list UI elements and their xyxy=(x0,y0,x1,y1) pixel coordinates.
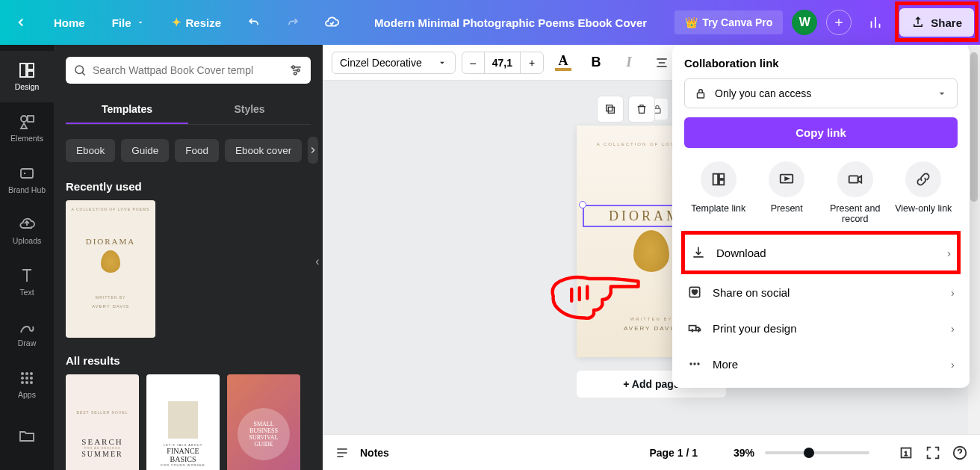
avatar[interactable]: W xyxy=(792,10,817,35)
redo-icon[interactable] xyxy=(278,7,308,37)
rail-brandhub[interactable]: Brand Hub xyxy=(0,153,54,205)
vertical-scrollbar[interactable] xyxy=(968,45,980,434)
notes-button[interactable]: Notes xyxy=(360,447,389,459)
chip-guide[interactable]: Guide xyxy=(121,139,169,162)
template-thumbnail[interactable]: BEST SELLER NOVEL SEARCH FOR AN ENDLESS … xyxy=(66,374,139,470)
svg-point-33 xyxy=(689,362,692,365)
opt-label: Template link xyxy=(691,203,745,214)
thumb-text: FOR YOUNG WORKER xyxy=(161,463,205,467)
svg-rect-2 xyxy=(28,71,34,77)
thumb-subtitle: A COLLECTION OF LOVE POEMS xyxy=(72,207,150,211)
share-popover: Collaboration link Only you can access C… xyxy=(672,45,970,388)
back-icon[interactable] xyxy=(6,7,36,37)
svg-point-16 xyxy=(292,66,294,68)
delete-icon[interactable] xyxy=(628,96,655,123)
panel-tabs: Templates Styles xyxy=(66,96,311,125)
download-item[interactable]: Download › xyxy=(681,231,961,274)
help-icon[interactable] xyxy=(952,445,968,461)
fullscreen-icon[interactable] xyxy=(925,445,941,461)
print-item[interactable]: Print your design › xyxy=(684,310,958,346)
thumb-text: FINANCE xyxy=(167,447,199,455)
zoom-slider[interactable] xyxy=(765,451,869,454)
svg-point-7 xyxy=(25,372,28,375)
access-select[interactable]: Only you can access xyxy=(684,78,958,108)
cloud-sync-icon[interactable] xyxy=(317,7,347,37)
search-box[interactable] xyxy=(66,57,311,84)
add-member-icon[interactable] xyxy=(826,10,852,35)
page-indicator[interactable]: Page 1 / 1 xyxy=(649,447,698,459)
template-link-option[interactable]: Template link xyxy=(686,161,751,224)
tab-styles[interactable]: Styles xyxy=(188,96,311,124)
font-size-plus[interactable]: + xyxy=(521,52,543,73)
text-color-button[interactable]: A xyxy=(550,49,577,76)
thumb-text: BUSINESS xyxy=(249,427,278,434)
share-social-item[interactable]: Share on social › xyxy=(684,274,958,310)
thumb-text: GUIDE xyxy=(255,441,273,448)
present-option[interactable]: Present xyxy=(754,161,819,224)
resize-button[interactable]: ✦Resize xyxy=(163,10,231,35)
font-name: Cinzel Decorative xyxy=(340,57,422,69)
template-thumbnail[interactable]: SMALL BUSINESS SURVIVAL GUIDE xyxy=(227,374,300,470)
tab-templates[interactable]: Templates xyxy=(66,96,188,124)
zoom-value[interactable]: 39% xyxy=(734,447,754,459)
all-results-heading: All results xyxy=(66,354,311,367)
collapse-panel-icon[interactable]: ‹ xyxy=(312,239,323,284)
chip-ebook-cover[interactable]: Ebook cover xyxy=(225,139,302,162)
opt-label: View-only link xyxy=(895,203,952,214)
chip-food[interactable]: Food xyxy=(175,139,219,162)
svg-rect-20 xyxy=(608,107,614,113)
templates-panel: Templates Styles Ebook Guide Food Ebook … xyxy=(54,45,323,470)
present-record-option[interactable]: Present and record xyxy=(823,161,887,224)
font-select[interactable]: Cinzel Decorative xyxy=(332,52,456,74)
notes-icon[interactable] xyxy=(335,445,350,460)
rail-uploads[interactable]: Uploads xyxy=(0,205,54,256)
rail-apps[interactable]: Apps xyxy=(0,359,54,410)
svg-point-3 xyxy=(21,116,27,122)
rail-label: Brand Hub xyxy=(8,185,46,194)
more-item[interactable]: More › xyxy=(684,346,958,382)
template-thumbnail[interactable]: LET'S TALK ABOUT FINANCE BASICS FOR YOUN… xyxy=(146,374,220,470)
annotation-pointing-hand xyxy=(547,266,651,336)
item-label: Download xyxy=(716,247,766,259)
font-size-stepper: – 47,1 + xyxy=(462,52,544,74)
file-button[interactable]: File xyxy=(103,10,154,35)
thumb-text: SMALL xyxy=(253,421,273,427)
svg-rect-26 xyxy=(713,174,717,185)
font-size-minus[interactable]: – xyxy=(462,52,485,73)
rail-text[interactable]: Text xyxy=(0,256,54,308)
filter-chips: Ebook Guide Food Ebook cover xyxy=(66,137,311,164)
rail-design[interactable]: Design xyxy=(0,51,54,102)
home-button[interactable]: Home xyxy=(45,10,94,35)
align-button[interactable] xyxy=(648,49,675,76)
search-input[interactable] xyxy=(93,64,282,76)
rail-folder-icon[interactable] xyxy=(0,409,54,461)
insights-icon[interactable] xyxy=(860,7,890,37)
rail-elements[interactable]: Elements xyxy=(0,102,54,154)
chevron-right-icon: › xyxy=(951,322,955,335)
filter-icon[interactable] xyxy=(288,63,303,78)
thumb-text: SUMMER xyxy=(81,450,122,458)
template-thumbnail[interactable]: A COLLECTION OF LOVE POEMS DIORAMA WRITT… xyxy=(66,200,155,338)
rail-draw[interactable]: Draw xyxy=(0,307,54,359)
chip-ebook[interactable]: Ebook xyxy=(66,139,115,162)
selection-handle[interactable] xyxy=(579,201,586,208)
document-title[interactable]: Modern Minimal Photographic Poems Ebook … xyxy=(356,16,666,29)
copy-link-button[interactable]: Copy link xyxy=(684,117,958,148)
svg-rect-5 xyxy=(21,169,33,178)
rail-label: Elements xyxy=(10,134,43,143)
chips-next-icon[interactable] xyxy=(308,137,318,164)
download-icon xyxy=(691,245,706,260)
zoom-thumb[interactable] xyxy=(804,448,814,458)
font-size-value[interactable]: 47,1 xyxy=(485,52,521,73)
try-pro-button[interactable]: 👑Try Canva Pro xyxy=(674,10,783,34)
undo-icon[interactable] xyxy=(239,7,269,37)
italic-button[interactable]: I xyxy=(615,49,642,76)
file-label: File xyxy=(112,16,131,29)
grid-view-icon[interactable]: 1 xyxy=(898,445,914,461)
item-label: Print your design xyxy=(713,322,797,335)
duplicate-icon[interactable] xyxy=(597,96,624,123)
svg-point-6 xyxy=(21,372,24,375)
view-only-option[interactable]: View-only link xyxy=(891,161,955,224)
bold-button[interactable]: B xyxy=(583,49,610,76)
popover-heading: Collaboration link xyxy=(684,57,958,69)
